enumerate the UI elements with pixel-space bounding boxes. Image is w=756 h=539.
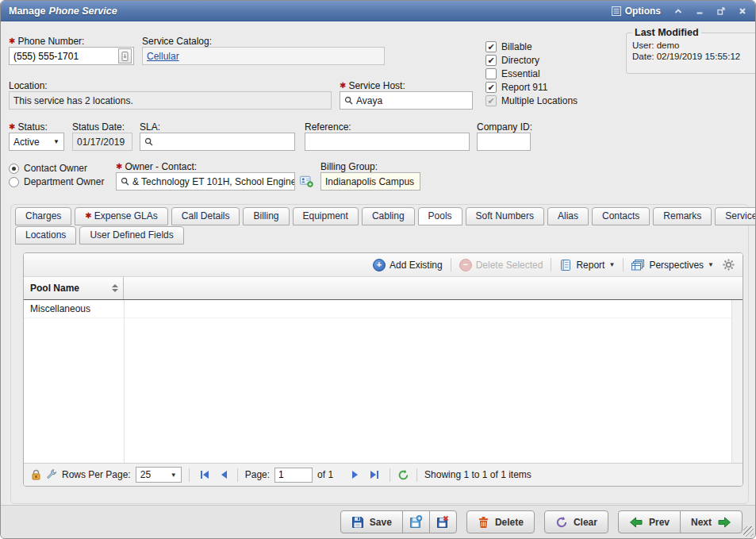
tab-alias[interactable]: Alias	[547, 207, 589, 225]
caret-down-icon: ▼	[171, 472, 177, 479]
tab-pools[interactable]: Pools	[418, 207, 462, 225]
save-button[interactable]: Save	[340, 510, 403, 533]
reference-input[interactable]	[309, 137, 465, 148]
billable-checkbox[interactable]: ✔	[485, 41, 497, 52]
remove-icon: −	[459, 259, 472, 271]
add-existing-button[interactable]: + Add Existing	[373, 259, 443, 271]
phone-number-label: ✱Phone Number:	[9, 36, 84, 47]
grid-scrollbar[interactable]	[731, 300, 743, 463]
directory-label: Directory	[501, 55, 539, 66]
location-field: This service has 2 locations.	[9, 91, 332, 110]
pools-panel: + Add Existing − Delete Selected Report …	[23, 252, 743, 487]
required-icon: ✱	[9, 37, 15, 45]
company-id-field[interactable]	[477, 133, 531, 151]
billing-group-field[interactable]: Indianapolis Campus	[320, 172, 420, 191]
required-icon: ✱	[9, 122, 15, 131]
last-modified-date: Date: 02/19/2019 15:55:12	[632, 52, 754, 61]
department-owner-radio[interactable]	[9, 177, 19, 187]
tab-strip-row2: Locations User Defined Fields	[15, 226, 184, 244]
reference-field[interactable]	[305, 133, 470, 151]
pager-separator	[416, 468, 417, 482]
table-row[interactable]: Miscellaneous	[24, 300, 731, 318]
phone-number-input[interactable]	[13, 51, 116, 62]
tab-contacts[interactable]: Contacts	[592, 207, 650, 225]
save-close-icon	[436, 515, 450, 529]
contact-owner-radio-row[interactable]: Contact Owner	[9, 163, 87, 174]
report-button[interactable]: Report ▼	[559, 259, 615, 271]
tab-charges[interactable]: Charges	[15, 207, 71, 225]
essential-label: Essential	[501, 68, 540, 79]
department-owner-radio-row[interactable]: Department Owner	[9, 176, 104, 187]
prev-next-group: Prev Next	[618, 510, 743, 533]
tab-cabling[interactable]: Cabling	[362, 207, 415, 225]
prev-button[interactable]: Prev	[618, 510, 681, 533]
essential-checkbox-row: ✔ Essential	[485, 68, 540, 79]
report-911-checkbox[interactable]: ✔	[485, 82, 497, 93]
tab-call-details[interactable]: Call Details	[171, 207, 240, 225]
owner-contact-field[interactable]: & Technology ET 101H, School Engineer	[116, 172, 295, 191]
service-catalog-label: Service Catalog:	[142, 36, 212, 47]
column-divider	[124, 300, 125, 463]
tab-expense-glas[interactable]: ✱Expense GLAs	[75, 207, 167, 225]
tab-remarks[interactable]: Remarks	[653, 207, 712, 225]
pager-separator	[237, 468, 238, 482]
clear-refresh-icon	[555, 516, 568, 529]
report-icon	[559, 259, 572, 271]
tab-user-defined-fields[interactable]: User Defined Fields	[79, 226, 183, 244]
caret-down-icon: ▼	[53, 138, 59, 145]
required-icon: ✱	[340, 81, 346, 90]
sla-field[interactable]	[140, 133, 295, 151]
status-select[interactable]: Active▼	[9, 133, 64, 151]
reference-label: Reference:	[305, 121, 351, 133]
last-modified-panel: Last Modified User: demo Date: 02/19/201…	[626, 27, 756, 74]
multiple-locations-checkbox-row: ✔ Multiple Locations	[485, 95, 578, 106]
report-911-checkbox-row: ✔ Report 911	[485, 82, 547, 93]
next-button[interactable]: Next	[680, 510, 743, 533]
company-id-input[interactable]	[482, 137, 526, 148]
first-page-button[interactable]	[197, 470, 213, 479]
service-catalog-box: Cellular	[142, 47, 385, 65]
prev-page-button[interactable]	[217, 470, 230, 479]
pager-separator	[390, 468, 390, 482]
grid-pager: Rows Per Page: 25▼ Page: of 1 Showing 1 …	[24, 463, 743, 486]
save-and-new-button[interactable]	[402, 510, 430, 533]
perspectives-button[interactable]: Perspectives ▼	[631, 259, 714, 271]
service-catalog-link[interactable]: Cellular	[147, 51, 179, 62]
tab-strip-row1: Charges ✱Expense GLAs Call Details Billi…	[15, 207, 756, 225]
edit-pencil-icon[interactable]	[419, 177, 420, 187]
manage-phone-service-window: ManagePhone Service Options ✱Phone Numbe…	[0, 0, 756, 539]
wrench-icon[interactable]	[46, 469, 57, 480]
grid-settings-gear-icon[interactable]	[723, 259, 735, 271]
refresh-icon[interactable]	[397, 469, 409, 481]
lock-icon[interactable]	[31, 469, 41, 480]
clear-button[interactable]: Clear	[544, 510, 608, 533]
last-page-button[interactable]	[366, 470, 382, 479]
service-host-label: ✱Service Host:	[340, 80, 405, 91]
status-date-label: Status Date:	[72, 121, 125, 133]
tab-service-desk[interactable]: Service Desk	[715, 207, 756, 225]
directory-checkbox-row: ✔ Directory	[485, 55, 539, 66]
pool-name-column-header[interactable]: Pool Name	[24, 277, 124, 299]
essential-checkbox[interactable]: ✔	[485, 68, 497, 79]
contact-owner-radio[interactable]	[9, 164, 19, 174]
page-input[interactable]	[274, 468, 313, 483]
resize-grip[interactable]	[743, 526, 754, 537]
service-host-field[interactable]: Avaya	[340, 91, 473, 110]
rows-per-page-select[interactable]: 25▼	[136, 467, 182, 483]
tab-equipment[interactable]: Equipment	[293, 207, 359, 225]
save-and-close-button[interactable]	[429, 510, 457, 533]
tab-locations[interactable]: Locations	[15, 226, 76, 244]
add-contact-button[interactable]	[299, 174, 314, 189]
tab-soft-numbers[interactable]: Soft Numbers	[466, 207, 544, 225]
phone-number-tool-button[interactable]	[118, 48, 132, 64]
phone-number-field[interactable]	[9, 47, 134, 65]
directory-checkbox[interactable]: ✔	[485, 55, 497, 66]
page-label: Page:	[245, 469, 270, 480]
delete-button[interactable]: Delete	[466, 510, 535, 533]
billable-label: Billable	[501, 41, 532, 52]
tab-billing[interactable]: Billing	[243, 207, 289, 225]
status-label: ✱Status:	[9, 121, 48, 133]
sla-input[interactable]	[156, 137, 290, 148]
next-page-button[interactable]	[349, 470, 362, 479]
contact-owner-label: Contact Owner	[24, 163, 87, 174]
